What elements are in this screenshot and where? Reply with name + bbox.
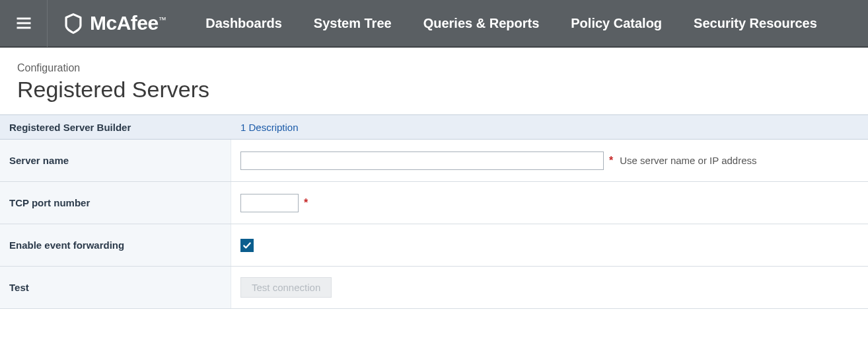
required-indicator: * xyxy=(304,197,308,209)
nav-security-resources[interactable]: Security Resources xyxy=(694,16,817,31)
nav-system-tree[interactable]: System Tree xyxy=(314,16,392,31)
shield-icon xyxy=(63,12,83,34)
brand-logo[interactable]: McAfee™ xyxy=(48,0,186,47)
page-title: Registered Servers xyxy=(17,77,868,103)
server-name-hint: Use server name or IP address xyxy=(620,155,756,166)
top-navbar: McAfee™ Dashboards System Tree Queries &… xyxy=(0,0,868,48)
label-test: Test xyxy=(0,267,231,308)
check-icon xyxy=(242,241,252,250)
nav-items: Dashboards System Tree Queries & Reports… xyxy=(205,16,817,31)
server-name-input[interactable] xyxy=(240,151,604,170)
label-server-name: Server name xyxy=(0,140,231,181)
nav-dashboards[interactable]: Dashboards xyxy=(205,16,282,31)
brand-name: McAfee™ xyxy=(90,12,166,34)
label-tcp-port: TCP port number xyxy=(0,182,231,224)
builder-step-description[interactable]: 1 Description xyxy=(231,122,299,133)
hamburger-icon xyxy=(15,14,33,32)
menu-toggle[interactable] xyxy=(0,0,48,47)
nav-policy-catalog[interactable]: Policy Catalog xyxy=(571,16,662,31)
row-test: Test Test connection xyxy=(0,267,868,309)
tcp-port-input[interactable] xyxy=(240,194,299,212)
row-server-name: Server name * Use server name or IP addr… xyxy=(0,140,868,182)
enable-forwarding-checkbox[interactable] xyxy=(240,239,254,252)
label-enable-forwarding: Enable event forwarding xyxy=(0,224,231,266)
builder-title: Registered Server Builder xyxy=(0,122,231,133)
breadcrumb: Configuration xyxy=(17,62,868,74)
required-indicator: * xyxy=(609,155,613,167)
row-tcp-port: TCP port number * xyxy=(0,182,868,224)
nav-queries-reports[interactable]: Queries & Reports xyxy=(423,16,540,31)
row-enable-forwarding: Enable event forwarding xyxy=(0,224,868,267)
builder-bar: Registered Server Builder 1 Description xyxy=(0,114,868,140)
page-header: Configuration Registered Servers xyxy=(0,48,868,114)
test-connection-button[interactable]: Test connection xyxy=(240,277,332,298)
